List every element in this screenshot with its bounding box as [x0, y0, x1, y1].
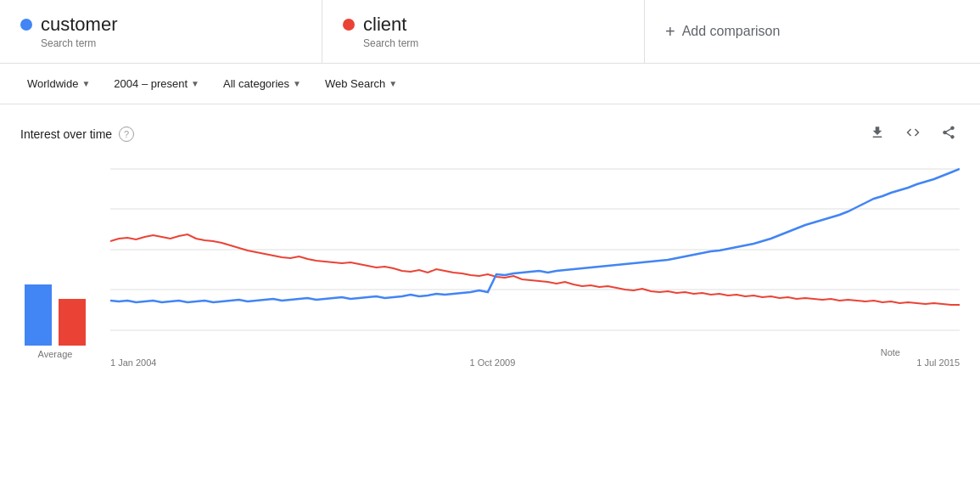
client-term: client [363, 14, 406, 36]
embed-button[interactable] [902, 121, 924, 147]
average-label: Average [38, 349, 73, 359]
filter-worldwide[interactable]: Worldwide ▼ [17, 72, 100, 95]
legend-item-client[interactable]: client Search term [322, 0, 645, 63]
search-type-chevron: ▼ [389, 79, 397, 88]
client-sub: Search term [363, 37, 624, 49]
search-type-label: Web Search [325, 77, 385, 90]
customer-sub: Search term [41, 37, 301, 49]
customer-dot [20, 19, 32, 31]
time-label: 2004 – present [114, 77, 188, 90]
note-label: Note [881, 347, 900, 357]
chart-left: Average [0, 160, 110, 383]
trend-chart: 100 75 50 25 [110, 160, 960, 356]
x-label-2015: 1 Jul 2015 [916, 357, 960, 368]
worldwide-chevron: ▼ [81, 79, 90, 88]
categories-chevron: ▼ [293, 79, 301, 88]
help-icon[interactable]: ? [119, 127, 134, 142]
chart-section: Interest over time ? Average [0, 104, 980, 383]
filter-search-type[interactable]: Web Search ▼ [315, 72, 407, 95]
bar-chart [25, 278, 86, 346]
legend-item-customer[interactable]: customer Search term [0, 0, 322, 63]
customer-trend-line [110, 169, 960, 302]
legend-bar: customer Search term client Search term … [0, 0, 980, 64]
chart-header: Interest over time ? [0, 104, 980, 154]
add-comparison-label: Add comparison [682, 24, 781, 39]
worldwide-label: Worldwide [27, 77, 78, 90]
client-dot [343, 19, 355, 31]
chart-main: 100 75 50 25 1 Jan 2004 1 Oct 2009 1 Jul… [110, 160, 960, 383]
bar-client [59, 299, 86, 346]
filter-time[interactable]: 2004 – present ▼ [104, 72, 210, 95]
chart-actions [866, 121, 960, 147]
time-chevron: ▼ [191, 79, 199, 88]
x-label-2004: 1 Jan 2004 [110, 357, 156, 368]
client-trend-line [110, 234, 960, 305]
chart-title-row: Interest over time ? [20, 127, 134, 142]
filter-bar: Worldwide ▼ 2004 – present ▼ All categor… [0, 64, 980, 104]
plus-icon: + [665, 22, 675, 42]
chart-container: Average 100 75 50 25 [0, 160, 980, 383]
add-comparison-button[interactable]: + Add comparison [645, 0, 980, 63]
download-button[interactable] [866, 121, 888, 147]
customer-term: customer [41, 14, 117, 36]
share-button[interactable] [938, 121, 960, 147]
x-label-2009: 1 Oct 2009 [470, 357, 516, 368]
filter-categories[interactable]: All categories ▼ [213, 72, 311, 95]
bar-customer [25, 284, 52, 346]
chart-title: Interest over time [20, 127, 112, 141]
categories-label: All categories [223, 77, 289, 90]
